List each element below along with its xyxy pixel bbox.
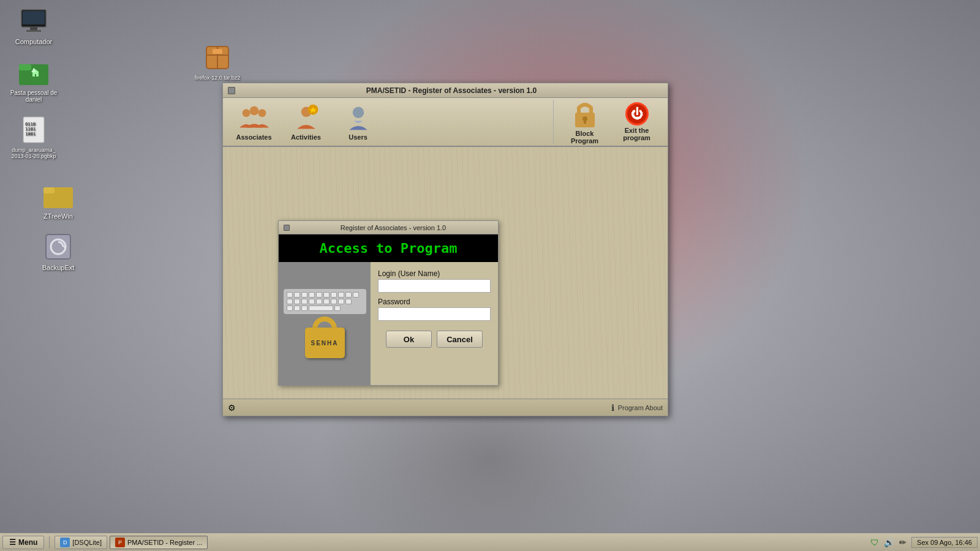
desktop-icon-computador[interactable]: Computador [6,6,61,45]
dialog-header: Access to Program [279,234,498,262]
users-label: Users [349,133,368,141]
svg-rect-3 [26,30,41,32]
taskbar-menu-icon: ☰ [9,538,16,547]
desktop-icons: Computador Pasta pessoal de daniel 0110 … [6,6,61,159]
toolbar-right: Block Program ⏻ Exit the program [553,100,663,144]
svg-rect-17 [43,187,55,193]
svg-rect-18 [46,234,70,259]
svg-point-21 [242,109,250,117]
file-icon: 0110 1101 1001 [22,116,45,144]
block-program-icon [570,99,600,129]
svg-rect-15 [213,49,222,54]
app-toolbar: Associates Activities [223,98,668,147]
associates-label: Associates [236,133,271,141]
activities-icon [292,103,321,132]
app-content: Register of Associates - version 1.0 Acc… [223,147,668,399]
taskbar-dsqlite-label: [DSQLite] [72,539,102,546]
statusbar-left: ⚙ [228,403,236,413]
statusbar-right-label: Program About [618,404,663,411]
statusbar-info-icon: ℹ [611,403,614,413]
toolbar-activities-button[interactable]: Activities [280,100,332,144]
dialog-buttons: Ok Cancel [378,331,491,348]
desktop-icon-pasta-pessoal[interactable]: Pasta pessoal de daniel [6,58,61,103]
svg-text:0110: 0110 [25,122,36,127]
login-label: Login (User Name) [378,269,491,278]
dialog-header-text: Access to Program [319,241,457,256]
toolbar-block-button[interactable]: Block Program [559,100,611,144]
cancel-button[interactable]: Cancel [437,331,483,348]
taskbar-window-dsqlite[interactable]: D [DSQLite] [55,536,107,549]
app-titlebar-title: PMA/SETID - Register of Associates - ver… [240,86,663,95]
taskbar-window-pmasetid[interactable]: P PMA/SETID - Register ... [110,536,208,549]
exit-program-label: Exit the program [613,127,660,141]
package-icon [204,44,231,71]
taskbar: ☰ Menu D [DSQLite] P PMA/SETID - Registe… [0,533,980,551]
svg-rect-30 [584,119,586,124]
toolbar-exit-button[interactable]: ⏻ Exit the program [611,100,663,144]
tray-volume-icon: 🔊 [884,538,894,547]
backup-icon [43,232,73,261]
clock-display: Sex 09 Ago, 16:46 [917,539,972,546]
monitor-icon [20,9,47,33]
associates-icon [239,103,269,132]
dialog-close-button[interactable] [284,225,290,231]
toolbar-associates-button[interactable]: Associates [228,100,280,144]
exit-program-icon: ⏻ [622,102,652,126]
ok-button[interactable]: Ok [386,331,432,348]
titlebar-close-button[interactable] [228,87,235,94]
taskbar-tray: 🛡 🔊 ✏ Sex 09 Ago, 16:46 [870,537,978,548]
program-about-button[interactable]: ℹ Program About [611,403,663,413]
svg-rect-2 [30,27,37,30]
app-statusbar: ⚙ ℹ Program About [223,399,668,416]
password-label: Password [378,298,491,306]
dialog-title: Register of Associates - version 1.0 [293,224,493,231]
taskbar-pmasetid-label: PMA/SETID - Register ... [127,539,202,546]
svg-text:1101: 1101 [25,127,36,132]
desktop-icon-backupext[interactable]: BackupExt [31,232,86,271]
desktop-icon-dump[interactable]: 0110 1101 1001 dump_araruarna_ 2013-01-2… [6,115,61,159]
svg-text:1001: 1001 [25,132,36,137]
tray-security-icon: 🛡 [870,538,879,547]
app-titlebar: PMA/SETID - Register of Associates - ver… [223,83,668,98]
taskbar-menu-button[interactable]: ☰ Menu [2,536,44,549]
desktop-icon-firefox-tar[interactable]: firefox-12.0.tar.bz2 [190,43,245,81]
password-input[interactable] [378,307,491,321]
app-window: PMA/SETID - Register of Associates - ver… [222,83,668,416]
statusbar-gear-icon: ⚙ [228,403,236,413]
folder-yellow-icon [43,182,73,208]
login-field-group: Login (User Name) [378,269,491,293]
dialog-window: Register of Associates - version 1.0 Acc… [278,220,499,386]
desktop-icon-ztreewin[interactable]: ZTreeWin [31,181,86,220]
users-icon [344,103,373,132]
svg-point-22 [258,109,266,117]
taskbar-separator [49,536,50,549]
block-program-label: Block Program [561,130,608,144]
dialog-form: Login (User Name) Password Ok Cancel [371,262,498,385]
pmasetid-taskbar-icon: P [115,538,125,547]
folder-green-icon [19,59,48,85]
tray-pen-icon: ✏ [899,538,907,547]
dialog-body: SENHA Login (User Name) Password [279,262,498,385]
svg-rect-5 [19,64,31,70]
login-input[interactable] [378,279,491,293]
svg-rect-1 [23,11,45,24]
svg-point-23 [249,107,258,116]
svg-point-27 [352,107,363,118]
dsqlite-icon: D [60,538,70,547]
dialog-image: SENHA [279,262,371,385]
dialog-titlebar: Register of Associates - version 1.0 [279,221,498,234]
toolbar-users-button[interactable]: Users [332,100,384,144]
lock-text: SENHA [311,340,338,347]
activities-label: Activities [291,133,321,141]
taskbar-clock: Sex 09 Ago, 16:46 [911,537,978,548]
taskbar-menu-label: Menu [18,538,37,547]
password-field-group: Password [378,298,491,321]
